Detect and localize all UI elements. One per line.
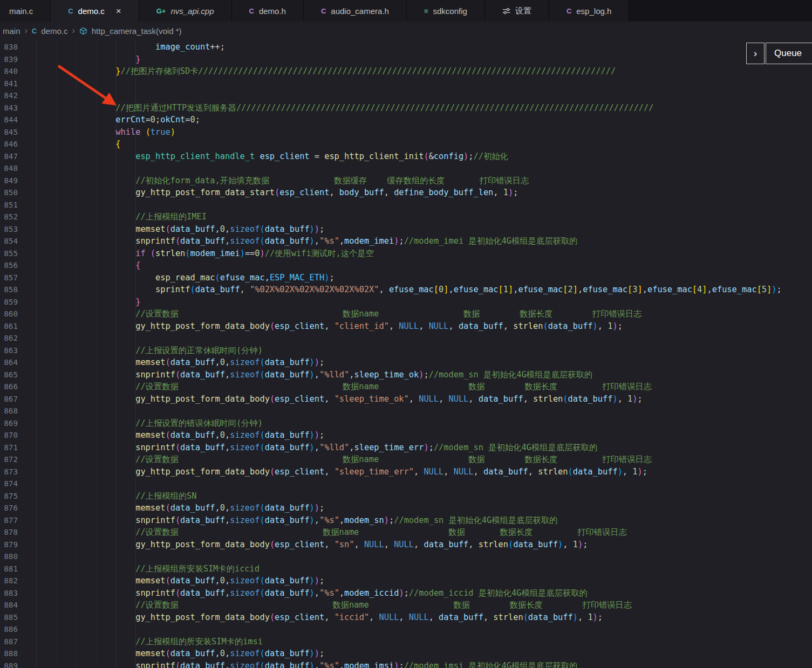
line-number[interactable]: 887 <box>0 636 18 648</box>
line-number[interactable]: 862 <box>0 332 18 345</box>
line-number[interactable]: 844 <box>0 114 18 126</box>
code-line[interactable]: 873 gy_http_post_form_data_body(esp_clie… <box>0 466 812 478</box>
tab-sdkconfig[interactable]: ≡ sdkconfig <box>407 0 485 22</box>
code-line[interactable]: 839 } <box>0 53 812 66</box>
code-line[interactable]: 882 memset(data_buff,0,sizeof(data_buff)… <box>0 575 812 587</box>
code-line[interactable]: 865 snprintf(data_buff,sizeof(data_buff)… <box>0 369 812 381</box>
line-number[interactable]: 852 <box>0 211 18 223</box>
code-line[interactable]: 866 //设置数据 数据name 数据 数据长度 打印错误日志 <box>0 381 812 393</box>
line-number[interactable]: 877 <box>0 514 18 527</box>
breadcrumb-item-demo-c[interactable]: demo.c <box>41 26 67 36</box>
line-number[interactable]: 841 <box>0 78 18 90</box>
code-line[interactable]: 838 image_count++; <box>0 41 812 53</box>
code-line[interactable]: 859 } <box>0 296 812 308</box>
line-number[interactable]: 885 <box>0 611 18 624</box>
line-number[interactable]: 871 <box>0 442 18 454</box>
code-line[interactable]: 884 //设置数据 数据name 数据 数据长度 打印错误日志 <box>0 599 812 611</box>
code-line[interactable]: 877 snprintf(data_buff,sizeof(data_buff)… <box>0 514 812 527</box>
tab-nvs-api-cpp[interactable]: G+ nvs_api.cpp <box>139 0 232 22</box>
line-number[interactable]: 859 <box>0 296 18 308</box>
code-line[interactable]: 849 //初始化form_data,开始填充数据 数据缓存 缓存数组的长度 打… <box>0 175 812 187</box>
code-line[interactable]: 881 //上报模组所安装SIM卡的iccid <box>0 563 812 575</box>
code-line[interactable]: 867 gy_http_post_form_data_body(esp_clie… <box>0 393 812 405</box>
code-line[interactable]: 887 //上报模组的所安装SIM卡的imsi <box>0 636 812 648</box>
code-line[interactable]: 879 gy_http_post_form_data_body(esp_clie… <box>0 539 812 551</box>
code-line[interactable]: 875 //上报模组的SN <box>0 490 812 502</box>
line-number[interactable]: 850 <box>0 187 18 199</box>
line-number[interactable]: 883 <box>0 587 18 600</box>
line-number[interactable]: 879 <box>0 539 18 551</box>
line-number[interactable]: 872 <box>0 453 18 466</box>
code-line[interactable]: 886 <box>0 623 812 636</box>
line-number[interactable]: 838 <box>0 41 18 53</box>
line-number[interactable]: 847 <box>0 150 18 163</box>
code-line[interactable]: 848 <box>0 162 812 175</box>
code-line[interactable]: 888 memset(data_buff,0,sizeof(data_buff)… <box>0 648 812 660</box>
code-line[interactable]: 870 memset(data_buff,0,sizeof(data_buff)… <box>0 429 812 442</box>
line-number[interactable]: 839 <box>0 53 18 66</box>
line-number[interactable]: 881 <box>0 563 18 575</box>
code-line[interactable]: 880 <box>0 550 812 563</box>
code-line[interactable]: 863 //上报设置的正常休眠时间(分钟) <box>0 345 812 357</box>
line-number[interactable]: 867 <box>0 393 18 405</box>
code-line[interactable]: 871 snprintf(data_buff,sizeof(data_buff)… <box>0 442 812 454</box>
line-number[interactable]: 886 <box>0 623 18 636</box>
line-number[interactable]: 861 <box>0 320 18 333</box>
line-number[interactable]: 878 <box>0 526 18 539</box>
line-number[interactable]: 843 <box>0 102 18 114</box>
line-number[interactable]: 888 <box>0 648 18 660</box>
code-line[interactable]: 855 if (strlen(modem_imei)==0)//使用wifi测试… <box>0 247 812 260</box>
code-line[interactable]: 868 <box>0 405 812 417</box>
line-number[interactable]: 845 <box>0 126 18 139</box>
code-line[interactable]: 876 memset(data_buff,0,sizeof(data_buff)… <box>0 502 812 514</box>
tab-settings[interactable]: 设置 <box>485 0 549 22</box>
code-line[interactable]: 889 snprintf(data_buff,sizeof(data_buff)… <box>0 660 812 668</box>
line-number[interactable]: 884 <box>0 599 18 611</box>
line-number[interactable]: 856 <box>0 259 18 272</box>
code-line[interactable]: 847 esp_http_client_handle_t esp_client … <box>0 150 812 163</box>
line-number[interactable]: 873 <box>0 466 18 478</box>
line-number[interactable]: 876 <box>0 502 18 514</box>
line-number[interactable]: 840 <box>0 65 18 78</box>
code-line[interactable]: 864 memset(data_buff,0,sizeof(data_buff)… <box>0 356 812 369</box>
code-line[interactable]: 862 <box>0 332 812 345</box>
line-number[interactable]: 857 <box>0 272 18 284</box>
line-number[interactable]: 880 <box>0 550 18 563</box>
code-line[interactable]: 843 //把图片通过HTTP发送到服务器///////////////////… <box>0 102 812 114</box>
line-number[interactable]: 874 <box>0 478 18 490</box>
code-line[interactable]: 853 memset(data_buff,0,sizeof(data_buff)… <box>0 223 812 236</box>
line-number[interactable]: 854 <box>0 235 18 247</box>
queue-button[interactable]: Queue <box>766 43 812 64</box>
code-line[interactable]: 861 gy_http_post_form_data_body(esp_clie… <box>0 320 812 333</box>
tab-audio-camera-h[interactable]: C audio_camera.h <box>304 0 407 22</box>
code-line[interactable]: 883 snprintf(data_buff,sizeof(data_buff)… <box>0 587 812 600</box>
line-number[interactable]: 865 <box>0 369 18 381</box>
code-line[interactable]: 846 { <box>0 138 812 150</box>
line-number[interactable]: 870 <box>0 429 18 442</box>
code-line[interactable]: 844 errCnt=0;okCnt=0; <box>0 114 812 126</box>
editor[interactable]: 838 image_count++;839 }840 }//把图片存储到SD卡/… <box>0 40 812 668</box>
code-line[interactable]: 860 //设置数据 数据name 数据 数据长度 打印错误日志 <box>0 308 812 320</box>
code-line[interactable]: 858 sprintf(data_buff, "%02X%02X%02X%02X… <box>0 284 812 296</box>
code-line[interactable]: 857 esp_read_mac(efuse_mac,ESP_MAC_ETH); <box>0 272 812 284</box>
line-number[interactable]: 842 <box>0 89 18 102</box>
line-number[interactable]: 851 <box>0 199 18 211</box>
code-line[interactable]: 874 <box>0 478 812 490</box>
tab-demo-c[interactable]: C demo.c × <box>51 0 139 22</box>
code-line[interactable]: 885 gy_http_post_form_data_body(esp_clie… <box>0 611 812 624</box>
code-line[interactable]: 878 //设置数据 数据name 数据 数据长度 打印错误日志 <box>0 526 812 539</box>
line-number[interactable]: 853 <box>0 223 18 236</box>
code-line[interactable]: 840 }//把图片存储到SD卡////////////////////////… <box>0 65 812 78</box>
line-number[interactable]: 868 <box>0 405 18 417</box>
breadcrumb-item-main[interactable]: main <box>3 26 21 36</box>
breadcrumb-item-function[interactable]: http_camera_task(void *) <box>92 26 182 36</box>
line-number[interactable]: 860 <box>0 308 18 320</box>
line-number[interactable]: 846 <box>0 138 18 150</box>
line-number[interactable]: 869 <box>0 417 18 430</box>
code-line[interactable]: 854 snprintf(data_buff,sizeof(data_buff)… <box>0 235 812 247</box>
code-line[interactable]: 856 { <box>0 259 812 272</box>
code-line[interactable]: 852 //上报模组的IMEI <box>0 211 812 223</box>
expand-chevron-button[interactable]: › <box>746 43 765 64</box>
line-number[interactable]: 863 <box>0 345 18 357</box>
code-line[interactable]: 842 <box>0 89 812 102</box>
